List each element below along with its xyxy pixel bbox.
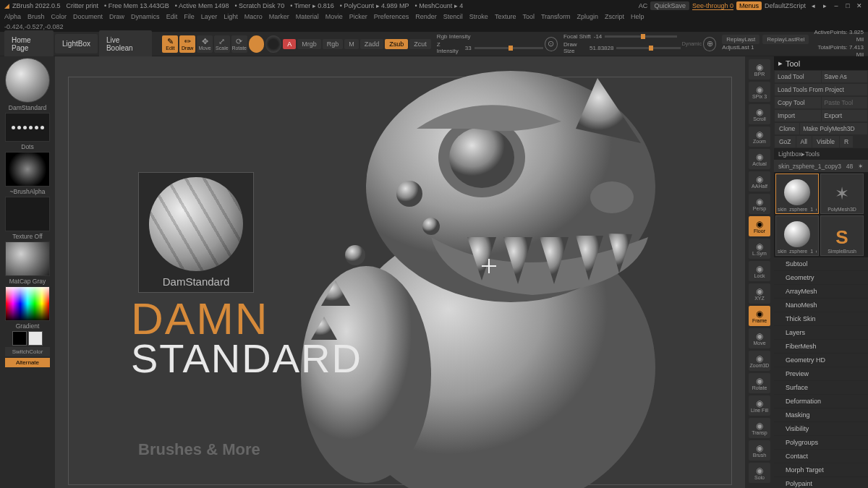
menus-button[interactable]: Menus [736, 1, 762, 10]
stroke-thumbnail[interactable] [5, 113, 50, 142]
subpalette-geometry-hd[interactable]: Geometry HD [774, 354, 868, 367]
menu-brush[interactable]: Brush [27, 13, 45, 20]
subpalette-polygroups[interactable]: Polygroups [774, 436, 868, 450]
sculpt-mesh[interactable] [258, 56, 692, 488]
rgb-chip[interactable]: Rgb [323, 39, 344, 49]
subpalette-nanomesh[interactable]: NanoMesh [774, 299, 868, 312]
r-button[interactable]: R [840, 136, 853, 147]
prev-icon[interactable]: ◂ [809, 1, 817, 10]
menu-preferences[interactable]: Preferences [374, 13, 409, 20]
m-chip[interactable]: M [344, 39, 359, 49]
texture-thumbnail[interactable] [5, 197, 50, 231]
rtray-lsym[interactable]: ◉L.Sym [749, 239, 770, 259]
draw-mode-button[interactable]: ✏Draw [179, 35, 195, 53]
load-tool-button[interactable]: Load Tool [775, 71, 821, 82]
menu-layer[interactable]: Layer [201, 13, 218, 20]
menu-draw[interactable]: Draw [109, 13, 124, 20]
menu-zscript[interactable]: Zscript [605, 13, 624, 20]
saveas-button[interactable]: Save As [822, 71, 868, 82]
close-icon[interactable]: ✕ [855, 1, 864, 10]
subpalette-fibermesh[interactable]: FiberMesh [774, 340, 868, 354]
rtray-scroll[interactable]: ◉Scroll [749, 104, 770, 124]
tool-thumb[interactable]: skin_zsphere_1_c [775, 174, 819, 214]
rtray-bpr[interactable]: ◉BPR [749, 59, 770, 80]
all-button[interactable]: All [796, 136, 812, 147]
rtray-xyz[interactable]: ◉XYZ [749, 283, 770, 304]
move-mode-button[interactable]: ✥Move [197, 35, 213, 53]
subpalette-layers[interactable]: Layers [774, 326, 868, 340]
tool-panel-title[interactable]: ▸Tool [774, 56, 868, 70]
subpalette-geometry[interactable]: Geometry [774, 271, 868, 285]
menu-tool[interactable]: Tool [522, 13, 535, 20]
current-tool-row[interactable]: skin_zsphere_1_copy348✶ [774, 160, 868, 172]
rtray-aahalf[interactable]: ◉AAHalf [749, 171, 770, 192]
zadd-chip[interactable]: Zadd [360, 39, 384, 49]
zint-slider[interactable] [475, 47, 543, 49]
rtray-solo[interactable]: ◉Solo [749, 463, 770, 483]
swatch-white[interactable] [28, 331, 43, 346]
subpalette-preview[interactable]: Preview [774, 367, 868, 381]
menu-alpha[interactable]: Alpha [4, 13, 21, 20]
drawsize-slider[interactable] [616, 47, 680, 49]
sculptris-toggle[interactable] [249, 35, 265, 53]
subpalette-contact[interactable]: Contact [774, 450, 868, 463]
subpalette-arraymesh[interactable]: ArrayMesh [774, 285, 868, 299]
replayrel-button[interactable]: ReplayLastRel [762, 35, 809, 44]
subpalette-subtool[interactable]: Subtool [774, 257, 868, 271]
menu-transform[interactable]: Transform [541, 13, 571, 20]
lightbox-tools-link[interactable]: Lightbox▸Tools [774, 148, 868, 160]
export-button[interactable]: Export [822, 110, 868, 121]
tool-thumb[interactable]: SSimpleBrush [820, 215, 864, 256]
rtray-spix3[interactable]: ◉SPix 3 [749, 82, 770, 102]
zcut-chip[interactable]: Zcut [409, 39, 431, 49]
import-button[interactable]: Import [775, 110, 821, 121]
scale-mode-button[interactable]: ⤢Scale [214, 35, 230, 53]
menu-file[interactable]: File [184, 13, 195, 20]
load-from-project-button[interactable]: Load Tools From Project [775, 84, 867, 95]
menu-movie[interactable]: Movie [326, 13, 343, 20]
menu-picker[interactable]: Picker [349, 13, 367, 20]
rtray-linefill[interactable]: ◉Line Fill [749, 395, 770, 416]
tool-thumb[interactable]: ✶PolyMesh3D [820, 174, 864, 214]
edit-mode-button[interactable]: ✎Edit [162, 35, 178, 53]
menu-stencil[interactable]: Stencil [443, 13, 463, 20]
maximize-icon[interactable]: □ [843, 1, 852, 10]
menu-macro[interactable]: Macro [244, 13, 263, 20]
subpalette-morph-target[interactable]: Morph Target [774, 463, 868, 477]
dynamic-label[interactable]: Dynamic [682, 41, 702, 46]
menu-stroke[interactable]: Stroke [469, 13, 488, 20]
brush-thumbnail[interactable] [5, 58, 50, 103]
subpalette-thick-skin[interactable]: Thick Skin [774, 312, 868, 326]
gyro2-icon[interactable]: ⊕ [703, 37, 716, 51]
liveboolean-button[interactable]: Live Boolean [99, 30, 152, 58]
menu-material[interactable]: Material [296, 13, 319, 20]
rtray-floor[interactable]: ◉Floor [749, 216, 770, 236]
adjust-label[interactable]: AdjustLast 1 [722, 44, 754, 51]
make-polymesh-button[interactable]: Make PolyMesh3D [800, 123, 867, 134]
menu-texture[interactable]: Texture [495, 13, 516, 20]
next-icon[interactable]: ▸ [820, 1, 829, 10]
minimize-icon[interactable]: – [832, 1, 841, 10]
subpalette-polypaint[interactable]: Polypaint [774, 477, 868, 488]
switchcolor-button[interactable]: SwitchColor [5, 347, 50, 356]
menu-color[interactable]: Color [51, 13, 67, 20]
viewport[interactable]: DamStandard DAMN STANDARD Brushes & More [55, 56, 745, 488]
menu-marker[interactable]: Marker [269, 13, 289, 20]
menu-dynamics[interactable]: Dynamics [131, 13, 160, 20]
rtray-brush[interactable]: ◉Brush [749, 440, 770, 461]
default-zscript[interactable]: DefaultZScript [765, 2, 806, 9]
goz-button[interactable]: GoZ [775, 136, 796, 147]
subpalette-visibility[interactable]: Visibility [774, 422, 868, 436]
rtray-zoom[interactable]: ◉Zoom [749, 127, 770, 147]
tool-thumb[interactable]: skin_zsphere_1_c [775, 215, 819, 256]
matcap-thumbnail[interactable] [5, 241, 50, 276]
rtray-persp[interactable]: ◉Persp [749, 194, 770, 214]
gizmo-toggle[interactable] [265, 35, 281, 53]
alternate-button[interactable]: Alternate [5, 358, 50, 367]
subpalette-masking[interactable]: Masking [774, 408, 868, 422]
rtray-move[interactable]: ◉Move [749, 328, 770, 348]
rtray-zoom3d[interactable]: ◉Zoom3D [749, 351, 770, 371]
menu-render[interactable]: Render [415, 13, 437, 20]
copy-tool-button[interactable]: Copy Tool [775, 97, 821, 108]
menu-help[interactable]: Help [631, 13, 644, 20]
